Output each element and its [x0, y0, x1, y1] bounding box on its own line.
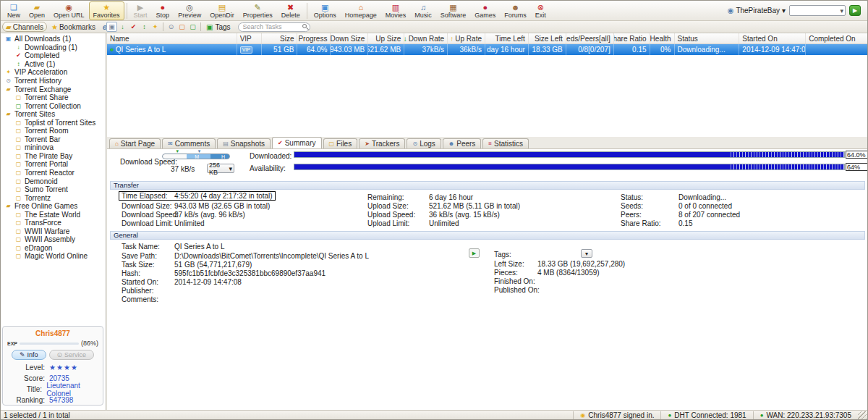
sidebar-item-toplist[interactable]: ▢Toplist of Torrent Sites	[1, 118, 106, 127]
speed-limit-select[interactable]: 256 KB ▾	[207, 164, 234, 173]
tab-snapshots[interactable]: ▤Snapshots	[217, 138, 271, 148]
tab-trackers[interactable]: ➤Trackers	[359, 138, 405, 148]
open-url-button[interactable]: ◉Open URL	[49, 1, 89, 20]
column-header-time-left[interactable]: Time Left	[485, 33, 529, 43]
sidebar-item-torrentz[interactable]: ▢Torrentz	[1, 193, 106, 202]
sidebar-item-active[interactable]: ↕Active (1)	[1, 60, 106, 69]
web-search-input[interactable]: ▾	[789, 5, 846, 16]
start-button[interactable]: ▶Start	[129, 1, 152, 20]
sidebar-item-mininova[interactable]: ▢mininova	[1, 143, 106, 152]
music-button[interactable]: ♫Music	[410, 1, 436, 20]
sidebar-item-torrent-bar[interactable]: ▢Torrent Bar	[1, 135, 106, 144]
search-tasks-input[interactable]	[238, 22, 310, 32]
sidebar-item-wwii-warfare[interactable]: ▢WWII Warfare	[1, 227, 106, 236]
signed-in-status[interactable]: ◉Chris4877 signed in.	[573, 411, 660, 420]
tab-bookmarks[interactable]: ★Bookmarks	[48, 22, 98, 32]
sidebar-item-magic-world-online[interactable]: ▢Magic World Online	[1, 252, 106, 261]
column-header-share-ratio[interactable]: Share Ratio	[614, 33, 650, 43]
collection-button[interactable]: ▢	[187, 22, 198, 32]
sidebar-item-torrent-sites[interactable]: ▰Torrent Sites	[1, 110, 106, 119]
trackers-icon: ➤	[365, 140, 370, 147]
sidebar-item-demonoid[interactable]: ▢Demonoid	[1, 177, 106, 185]
ranking-value[interactable]: 547398	[45, 396, 73, 404]
preview-button[interactable]: ◎Preview	[174, 1, 205, 20]
tab-start-page[interactable]: ⌂Start Page	[109, 138, 161, 148]
share-button[interactable]: ▢	[176, 22, 187, 32]
sidebar-item-torrent-history[interactable]: ⊙Torrent History	[1, 77, 106, 85]
tab-logs[interactable]: ⊙Logs	[407, 138, 441, 148]
tab-statistics[interactable]: ≡Statistics	[482, 138, 529, 148]
delete-button[interactable]: ✖Delete	[277, 1, 305, 20]
sidebar-item-torrent-collection[interactable]: ▢Torrent Collection	[1, 101, 106, 110]
sidebar-item-torrent-portal[interactable]: ▢Torrent Portal	[1, 160, 106, 169]
column-header-up-rate[interactable]: ↑Up Rate	[448, 33, 485, 43]
sidebar-item-vip-acceleration[interactable]: ✦VIP Acceleration	[1, 68, 106, 77]
info-button[interactable]: ✎Info	[12, 350, 46, 360]
column-header-down-size[interactable]: Down Size	[331, 33, 368, 43]
task-status-dot-icon: ●	[110, 46, 114, 53]
sidebar-item-edragon[interactable]: ▢eDragon	[1, 244, 106, 253]
wan-status[interactable]: ●WAN: 220.233.21.93:7305	[753, 411, 858, 420]
column-header-seeds-peers[interactable]: Seeds/Peers[all]	[566, 33, 614, 43]
sidebar-item-torrent-exchange[interactable]: ▰Torrent Exchange	[1, 85, 106, 93]
column-header-progress[interactable]: Progress	[297, 33, 331, 43]
movies-button[interactable]: ▥Movies	[381, 1, 411, 20]
properties-button[interactable]: ✎Properties	[239, 1, 277, 20]
tags-dropdown-button[interactable]: ▾	[581, 249, 592, 258]
column-header-health[interactable]: Health	[650, 33, 675, 43]
speed-limit-slider[interactable]: ▾ ▾ M H	[162, 154, 230, 159]
sidebar-item-completed[interactable]: ✔Completed	[1, 51, 106, 60]
title-value[interactable]: Lieutenant Colonel	[42, 382, 103, 398]
tab-channels[interactable]: ▰Channels	[2, 22, 47, 32]
sidebar-item-sumo-torrent[interactable]: ▢Sumo Torrent	[1, 185, 106, 194]
sidebar-item-free-online-games[interactable]: ▰Free Online Games	[1, 202, 106, 211]
opendir-button[interactable]: ▤OpenDir	[205, 1, 239, 20]
sidebar-item-transforce[interactable]: ▢TransForce	[1, 219, 106, 227]
tab-comments[interactable]: ✉Comments	[162, 138, 216, 148]
filter-completed-button[interactable]: ✔	[128, 22, 139, 32]
options-button[interactable]: ▣Options	[310, 1, 341, 20]
dht-status[interactable]: ●DHT Connected: 1981	[660, 411, 752, 420]
tags-button[interactable]: ▣ Tags	[203, 23, 234, 31]
search-engine-selector[interactable]: ◉ ThePirateBay ▾	[728, 7, 786, 14]
forums-button[interactable]: ☻Forums	[500, 1, 531, 20]
column-header-name[interactable]: Name	[107, 33, 237, 43]
open-button[interactable]: ▰Open	[25, 1, 49, 20]
resize-grip[interactable]	[858, 411, 867, 420]
filter-all-button[interactable]: ▣	[106, 22, 117, 32]
tab-files[interactable]: ▢Files	[323, 138, 358, 148]
column-header-up-size[interactable]: Up Size	[368, 33, 404, 43]
sidebar-item-torrent-room[interactable]: ▢Torrent Room	[1, 127, 106, 135]
column-header-started-on[interactable]: Started On	[739, 33, 806, 43]
sidebar-item-the-pirate-bay[interactable]: ▢The Pirate Bay	[1, 152, 106, 161]
column-header-size[interactable]: Size	[262, 33, 298, 43]
column-header-down-rate[interactable]: ↓Down Rate	[404, 33, 448, 43]
filter-downloading-button[interactable]: ↓	[117, 22, 128, 32]
sidebar-item-the-estate-world[interactable]: ▢The Estate World	[1, 210, 106, 219]
tab-peers[interactable]: ☻Peers	[443, 138, 482, 148]
search-go-button[interactable]: ▶	[849, 5, 861, 16]
open-save-path-button[interactable]: ▶	[469, 248, 480, 258]
column-header-size-left[interactable]: Size Left	[529, 33, 566, 43]
service-button[interactable]: ⊙Service	[49, 350, 95, 360]
sidebar-item-torrent-share[interactable]: ▢Torrent Share	[1, 93, 106, 102]
filter-vip-button[interactable]: ✦	[150, 22, 161, 32]
filter-active-button[interactable]: ↕	[139, 22, 150, 32]
history-button[interactable]: ⊙	[166, 22, 176, 32]
column-header-completed-on[interactable]: Completed On	[806, 33, 868, 43]
tab-summary[interactable]: ✔Summary	[272, 137, 322, 148]
sidebar-item-downloading[interactable]: ↓Downloading (1)	[1, 43, 106, 52]
task-row-selected[interactable]: ●QI Series A to L VIP 51 GB 64.0% 943.03…	[107, 44, 868, 55]
games-button[interactable]: ●Games	[470, 1, 500, 20]
software-button[interactable]: ▦Software	[436, 1, 471, 20]
column-header-status[interactable]: Status	[675, 33, 740, 43]
column-header-vip[interactable]: VIP	[237, 33, 262, 43]
sidebar-item-wwii-assembly[interactable]: ▢WWII Assembly	[1, 235, 106, 244]
stop-button[interactable]: ●Stop	[152, 1, 174, 20]
homepage-button[interactable]: ⌂Homepage	[341, 1, 381, 20]
sidebar-item-torrent-reactor[interactable]: ▢Torrent Reactor	[1, 169, 106, 177]
sidebar-item-all-downloads[interactable]: ▣All Downloads (1)	[1, 35, 106, 43]
favorites-button[interactable]: ★Favorites	[89, 1, 124, 20]
new-button[interactable]: ❏New	[3, 1, 25, 20]
exit-button[interactable]: ⊗Exit	[531, 1, 550, 20]
